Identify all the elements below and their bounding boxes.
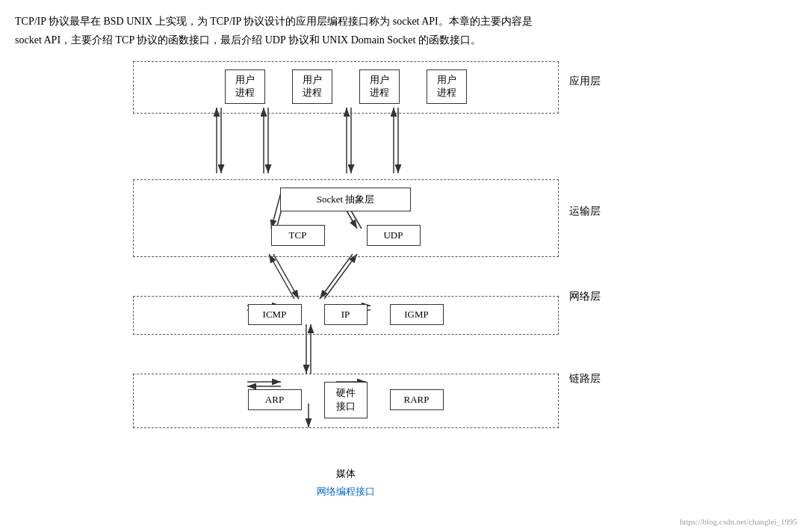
network-to-link-space [111,335,693,374]
network-row: ICMP IP IGMP [146,304,546,325]
arp-box: ARP [248,389,302,410]
link-to-media-space [111,428,693,467]
page-content: TCP/IP 协议最早在 BSD UNIX 上实现，为 TCP/IP 协议设计的… [15,12,788,498]
app-to-socket-space [111,114,693,179]
protocol-row: TCP UDP [146,225,546,246]
intro-text-1: TCP/IP 协议最早在 BSD UNIX 上实现，为 TCP/IP 协议设计的… [15,16,533,27]
app-layer-label: 应用层 [569,75,601,88]
transport-layer-label: 运输层 [569,205,601,218]
media-label: 媒体 [336,468,356,479]
udp-box: UDP [367,225,421,246]
socket-row: Socket 抽象层 [146,188,546,211]
diagram-title: 网络编程接口 [317,486,375,497]
socket-layer-box: Socket 抽象层 [280,188,412,211]
watermark: https://blog.csdn.net/changlei_1995 [680,517,797,526]
ip-box: IP [324,304,368,325]
process-1: 用户进程 [225,69,265,104]
link-row: ARP 硬件接口 RARP [146,382,546,418]
transport-layer-box: Socket 抽象层 TCP UDP [133,179,559,257]
link-layer-label: 链路层 [569,372,601,386]
process-3: 用户进程 [359,69,400,104]
network-layer-box: ICMP IP IGMP [133,296,559,335]
icmp-box: ICMP [248,304,302,325]
intro-paragraph: TCP/IP 协议最早在 BSD UNIX 上实现，为 TCP/IP 协议设计的… [15,12,788,49]
tcp-box: TCP [271,225,325,246]
process-row: 用户进程 用户进程 用户进程 用户进程 [146,69,546,104]
process-2: 用户进程 [292,69,332,104]
process-4: 用户进程 [427,69,467,104]
link-layer-box: ARP 硬件接口 RARP [133,374,559,427]
media-section: 媒体 [133,467,559,480]
app-layer-box: 用户进程 用户进程 用户进程 用户进程 [133,61,559,114]
diagram-title-section: 网络编程接口 [133,485,559,498]
hardware-box: 硬件接口 [324,382,368,418]
network-diagram: 用户进程 用户进程 用户进程 用户进程 应用层 Socket 抽象层 TCP U… [111,61,693,498]
intro-text-2: socket API，主要介绍 TCP 协议的函数接口，最后介绍 UDP 协议和… [15,34,481,46]
network-layer-label: 网络层 [569,290,601,303]
rarp-box: RARP [390,389,444,410]
igmp-box: IGMP [390,304,444,325]
transport-to-network-space [111,257,693,296]
